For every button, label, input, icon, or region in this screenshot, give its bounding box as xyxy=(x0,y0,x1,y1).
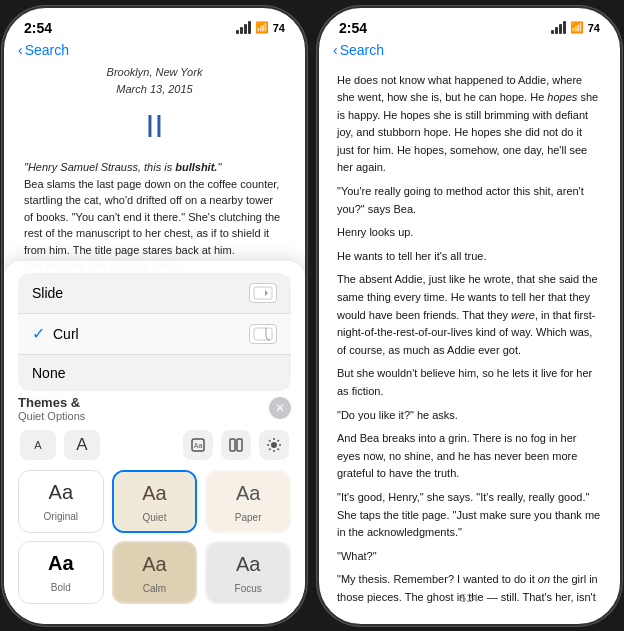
curl-icon xyxy=(249,324,277,344)
svg-text:Aa: Aa xyxy=(194,442,203,449)
theme-bold-card[interactable]: Aa Bold xyxy=(18,541,104,604)
reading-content: He does not know what happened to Addie,… xyxy=(319,64,620,610)
book-location: Brooklyn, New York March 13, 2015 xyxy=(24,64,285,98)
right-back-button[interactable]: ‹ Search xyxy=(333,42,384,58)
svg-line-14 xyxy=(269,448,271,450)
right-status-bar: 2:54 📶 74 xyxy=(319,8,620,40)
svg-rect-4 xyxy=(230,439,235,451)
overlay-panel: Slide ✓ Curl xyxy=(4,261,305,624)
left-back-button[interactable]: ‹ Search xyxy=(18,42,69,58)
font-style-button[interactable]: Aa xyxy=(183,430,213,460)
paragraph-3: Henry looks up. xyxy=(337,224,602,242)
slide-section: Slide ✓ Curl xyxy=(4,273,305,391)
theme-original-label: Original xyxy=(44,511,78,522)
font-controls-row: A A Aa xyxy=(18,430,291,460)
paragraph-11: "My thesis. Remember? I wanted to do it … xyxy=(337,571,602,609)
theme-quiet-label: Quiet xyxy=(143,512,167,523)
paragraph-6: But she wouldn't believe him, so he lets… xyxy=(337,365,602,400)
themes-section: Themes & Quiet Options ✕ A A Aa xyxy=(4,395,305,604)
right-time: 2:54 xyxy=(339,20,367,36)
curl-label: Curl xyxy=(53,326,79,342)
layout-button[interactable] xyxy=(221,430,251,460)
page-number: 524 xyxy=(460,592,478,604)
paragraph-5: The absent Addie, just like he wrote, th… xyxy=(337,271,602,359)
theme-bold-aa: Aa xyxy=(27,552,95,575)
svg-rect-5 xyxy=(237,439,242,451)
theme-paper-aa: Aa xyxy=(215,482,281,505)
left-phone: 2:54 📶 74 ‹ Search xyxy=(2,6,307,626)
left-status-icons: 📶 74 xyxy=(236,21,285,34)
signal-icon xyxy=(236,21,251,34)
slide-option-slide[interactable]: Slide xyxy=(18,273,291,314)
theme-focus-aa: Aa xyxy=(215,553,281,576)
slide-option-none[interactable]: None xyxy=(18,355,291,391)
theme-focus-label: Focus xyxy=(235,583,262,594)
svg-rect-0 xyxy=(254,287,272,299)
svg-line-12 xyxy=(278,448,280,450)
theme-grid: Aa Original Aa Quiet Aa Paper xyxy=(18,470,291,604)
paragraph-9: "It's good, Henry," she says. "It's real… xyxy=(337,489,602,542)
slide-option-curl[interactable]: ✓ Curl xyxy=(18,314,291,355)
paragraph-7: "Do you like it?" he asks. xyxy=(337,407,602,425)
font-decrease-button[interactable]: A xyxy=(20,430,56,460)
slide-icon xyxy=(249,283,277,303)
theme-original-aa: Aa xyxy=(27,481,95,504)
quiet-option-label: Quiet Options xyxy=(18,410,85,422)
paragraph-10: "What?" xyxy=(337,548,602,566)
svg-point-6 xyxy=(271,442,277,448)
slide-label: Slide xyxy=(32,285,63,301)
none-label: None xyxy=(32,365,65,381)
paragraph-1: He does not know what happened to Addie,… xyxy=(337,72,602,178)
check-icon: ✓ xyxy=(32,324,45,343)
right-phone: 2:54 📶 74 ‹ Search He xyxy=(317,6,622,626)
right-chevron-left-icon: ‹ xyxy=(333,42,338,58)
close-overlay-button[interactable]: ✕ xyxy=(269,397,291,419)
svg-line-13 xyxy=(278,440,280,442)
left-nav-bar: ‹ Search xyxy=(4,40,305,64)
theme-calm-card[interactable]: Aa Calm xyxy=(112,541,198,604)
svg-rect-1 xyxy=(254,328,272,340)
theme-quiet-card[interactable]: Aa Quiet xyxy=(112,470,198,533)
left-time: 2:54 xyxy=(24,20,52,36)
battery-icon: 74 xyxy=(273,22,285,34)
themes-title: Themes & xyxy=(18,395,85,410)
wifi-icon: 📶 xyxy=(255,21,269,34)
font-increase-button[interactable]: A xyxy=(64,430,100,460)
theme-calm-label: Calm xyxy=(143,583,166,594)
theme-paper-label: Paper xyxy=(235,512,262,523)
right-status-icons: 📶 74 xyxy=(551,21,600,34)
theme-original-card[interactable]: Aa Original xyxy=(18,470,104,533)
right-signal-icon xyxy=(551,21,566,34)
theme-focus-card[interactable]: Aa Focus xyxy=(205,541,291,604)
right-wifi-icon: 📶 xyxy=(570,21,584,34)
brightness-button[interactable] xyxy=(259,430,289,460)
themes-header: Themes & Quiet Options ✕ xyxy=(18,395,291,422)
paragraph-4: He wants to tell her it's all true. xyxy=(337,248,602,266)
theme-quiet-aa: Aa xyxy=(122,482,188,505)
theme-paper-card[interactable]: Aa Paper xyxy=(205,470,291,533)
theme-bold-label: Bold xyxy=(51,582,71,593)
slide-options-list: Slide ✓ Curl xyxy=(18,273,291,391)
right-battery-icon: 74 xyxy=(588,22,600,34)
paragraph-2: "You're really going to method actor thi… xyxy=(337,183,602,218)
left-status-bar: 2:54 📶 74 xyxy=(4,8,305,40)
svg-line-11 xyxy=(269,440,271,442)
right-nav-bar: ‹ Search xyxy=(319,40,620,64)
chevron-left-icon: ‹ xyxy=(18,42,23,58)
chapter-number: II xyxy=(24,102,285,152)
paragraph-8: And Bea breaks into a grin. There is no … xyxy=(337,430,602,483)
theme-calm-aa: Aa xyxy=(122,553,188,576)
